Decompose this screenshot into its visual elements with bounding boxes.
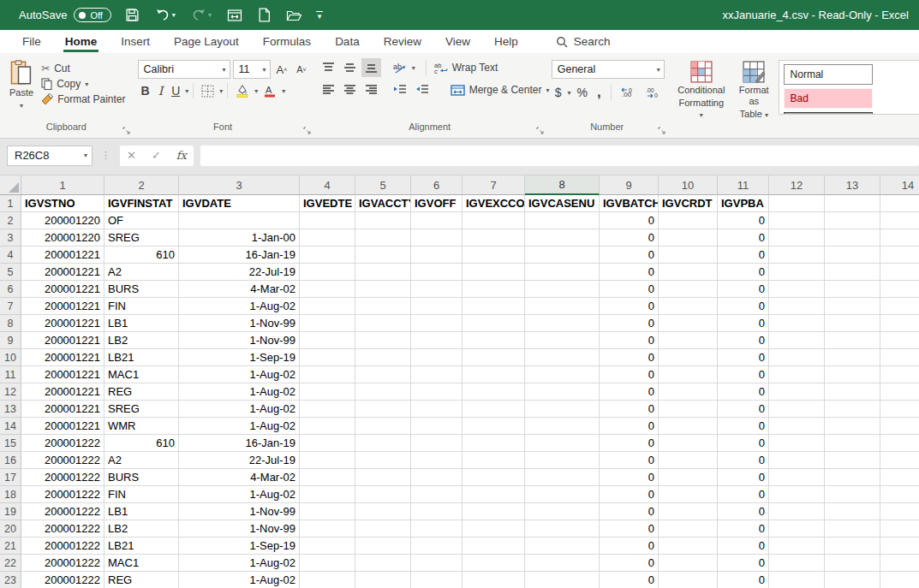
- cell[interactable]: [525, 212, 600, 229]
- cell[interactable]: [825, 349, 880, 366]
- cell[interactable]: [462, 229, 525, 246]
- cell[interactable]: [769, 503, 825, 520]
- cell[interactable]: 0: [718, 212, 769, 229]
- cell[interactable]: 1-Aug-02: [179, 418, 300, 435]
- cell[interactable]: [825, 486, 880, 503]
- cell[interactable]: LB1: [104, 315, 179, 332]
- cell[interactable]: 610: [104, 246, 179, 264]
- cell[interactable]: 200001222: [21, 520, 104, 538]
- cell[interactable]: IGVCASENU: [525, 195, 600, 212]
- paste-button[interactable]: Paste ▾: [5, 57, 38, 122]
- cell[interactable]: IGVDATE: [179, 195, 300, 212]
- cell[interactable]: 200001221: [21, 401, 104, 418]
- cell[interactable]: 0: [600, 486, 659, 503]
- column-header-10[interactable]: 10: [659, 175, 718, 195]
- cell[interactable]: [525, 298, 600, 315]
- style-chip-bad[interactable]: Bad: [784, 88, 873, 109]
- cell[interactable]: 200001222: [21, 538, 104, 555]
- cell[interactable]: [355, 315, 411, 332]
- increase-font-size-icon[interactable]: A˄: [273, 60, 291, 79]
- column-header-9[interactable]: 9: [600, 175, 659, 195]
- cell[interactable]: 0: [600, 383, 659, 401]
- cell[interactable]: 200001221: [21, 264, 104, 281]
- cell[interactable]: 0: [718, 520, 769, 538]
- formula-input[interactable]: [200, 146, 919, 166]
- cell[interactable]: [300, 383, 355, 401]
- cell[interactable]: 0: [718, 332, 769, 349]
- cell[interactable]: [355, 469, 411, 486]
- cell[interactable]: IGVPBA: [718, 195, 769, 212]
- cell[interactable]: [300, 246, 355, 264]
- cell[interactable]: [825, 246, 880, 264]
- cell[interactable]: [880, 246, 919, 264]
- cell[interactable]: [659, 315, 718, 332]
- cell[interactable]: [525, 555, 600, 572]
- cell[interactable]: [880, 538, 919, 555]
- cell[interactable]: 0: [600, 349, 659, 366]
- cell[interactable]: [825, 503, 880, 520]
- comma-format-button[interactable]: ,: [594, 83, 605, 102]
- cell[interactable]: [880, 383, 919, 401]
- cell[interactable]: [462, 435, 525, 452]
- cell[interactable]: 0: [718, 298, 769, 315]
- cell[interactable]: [825, 195, 880, 212]
- cell[interactable]: [411, 349, 462, 366]
- cell[interactable]: [462, 298, 525, 315]
- row-header[interactable]: 6: [0, 281, 21, 298]
- cell[interactable]: [355, 401, 411, 418]
- column-header-14[interactable]: 14: [880, 175, 919, 195]
- increase-indent-icon[interactable]: [412, 80, 433, 99]
- cell[interactable]: [825, 401, 880, 418]
- cell[interactable]: [525, 366, 600, 383]
- cell[interactable]: 4-Mar-02: [179, 281, 300, 298]
- cell[interactable]: [525, 452, 600, 469]
- cell[interactable]: 200001222: [21, 469, 104, 486]
- cell[interactable]: [411, 469, 462, 486]
- row-header[interactable]: 4: [0, 246, 21, 264]
- middle-align-icon[interactable]: [340, 58, 360, 77]
- cell[interactable]: [525, 229, 600, 246]
- font-size-combo[interactable]: 11 ▾: [233, 60, 271, 79]
- cell[interactable]: [769, 229, 825, 246]
- cell[interactable]: [825, 555, 880, 572]
- tab-page-layout[interactable]: Page Layout: [164, 32, 249, 51]
- cell[interactable]: [411, 572, 462, 588]
- cell[interactable]: 0: [600, 281, 659, 298]
- cell[interactable]: [525, 349, 600, 366]
- cut-button[interactable]: ✂ Cut: [38, 61, 128, 76]
- column-header-11[interactable]: 11: [718, 175, 769, 195]
- cell[interactable]: 1-Aug-02: [179, 555, 300, 572]
- cell[interactable]: [880, 229, 919, 246]
- cell[interactable]: [880, 435, 919, 452]
- cell[interactable]: [411, 264, 462, 281]
- cell[interactable]: [880, 195, 919, 212]
- cell[interactable]: [300, 349, 355, 366]
- cell[interactable]: [525, 332, 600, 349]
- cell[interactable]: 0: [718, 503, 769, 520]
- cell[interactable]: [462, 349, 525, 366]
- cell[interactable]: [411, 298, 462, 315]
- cell[interactable]: [525, 315, 600, 332]
- cell[interactable]: A2: [104, 264, 179, 281]
- cell[interactable]: 200001221: [21, 281, 104, 298]
- row-header[interactable]: 23: [0, 572, 21, 588]
- cell[interactable]: 0: [600, 229, 659, 246]
- cell[interactable]: 0: [600, 555, 659, 572]
- cell[interactable]: 200001221: [21, 246, 104, 264]
- row-header[interactable]: 18: [0, 486, 21, 503]
- cell[interactable]: [659, 486, 718, 503]
- cell[interactable]: [300, 469, 355, 486]
- orientation-icon[interactable]: ab: [390, 58, 410, 77]
- cell[interactable]: 1-Jan-00: [179, 229, 300, 246]
- cell[interactable]: [411, 281, 462, 298]
- cell[interactable]: [880, 401, 919, 418]
- cell[interactable]: 0: [600, 469, 659, 486]
- cell[interactable]: [300, 212, 355, 229]
- cell[interactable]: [825, 264, 880, 281]
- open-folder-icon[interactable]: [284, 7, 304, 24]
- format-painter-button[interactable]: Format Painter: [38, 92, 128, 107]
- cell[interactable]: [355, 486, 411, 503]
- cell[interactable]: [659, 555, 718, 572]
- cell[interactable]: [411, 452, 462, 469]
- cell[interactable]: [659, 401, 718, 418]
